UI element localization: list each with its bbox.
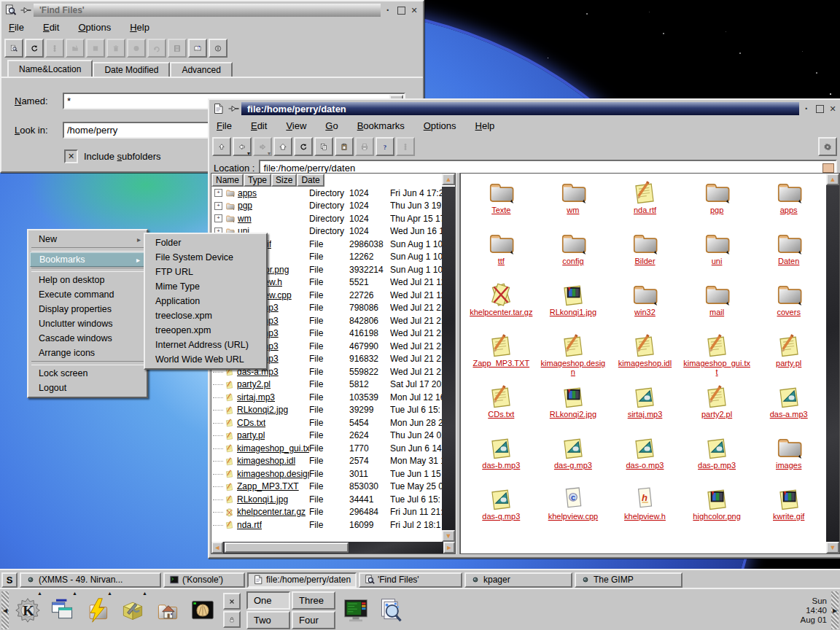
menu-item[interactable]: File [217,120,232,131]
file-icon-sound[interactable]: das-g.mp3 [537,433,610,484]
toolbar-button-paste[interactable] [335,137,354,156]
file-icon-note[interactable]: Zapp_MP3.TXT [465,331,537,382]
pager-button[interactable]: One [246,591,290,610]
tab[interactable]: Date Modified [93,62,170,77]
submenu-item[interactable]: FTP URL [147,265,265,279]
submenu-item[interactable]: File System Device [147,250,265,265]
file-icon-note[interactable]: party2.pl [681,382,753,433]
table-row-note[interactable]: party2.pl File 5812 Sat Jul 17 20: [211,378,442,392]
panel-hide-handle-left[interactable]: ◀ [1,591,9,629]
table-row-note[interactable]: CDs.txt File 5454 Mon Jun 28 2 [211,416,442,429]
tree-horizontal-scrollbar[interactable]: ◄ ► [211,542,455,553]
file-manager-window[interactable]: file:/home/perry/daten · ✕ FileEditViewG… [208,98,840,559]
toolbar-button-info[interactable] [209,39,228,58]
minimize-button[interactable]: · [382,4,394,16]
toolbar-button-help[interactable] [376,137,394,156]
maximize-button[interactable] [814,103,825,114]
panel-launcher-findbig[interactable] [373,592,408,629]
menu-item[interactable]: Logout [30,381,145,395]
scrollbar-thumb[interactable] [225,542,349,553]
panel-mini-button-xtool[interactable] [223,593,241,610]
table-row-note[interactable]: RLkonqi1.jpg File 34441 Tue Jul 6 15: [211,493,442,506]
panel-launcher-windows[interactable] [45,592,80,629]
file-icon-folder[interactable]: win32 [609,280,681,331]
scroll-down-button[interactable]: ▼ [442,530,455,542]
table-row-folder[interactable]: +apps Directory 1024 Fri Jun 4 17:2 [211,187,442,200]
menu-item[interactable]: Go [325,120,338,131]
table-row-note[interactable]: nda.rtf File 16099 Fri Jul 2 18:1 [211,518,442,532]
scroll-right-button[interactable]: ► [443,542,455,553]
panel-launcher-shell[interactable] [185,592,220,629]
minimize-button[interactable]: · [801,103,812,114]
menu-item[interactable]: Options [424,120,456,131]
column-header[interactable]: Date [297,174,324,187]
file-icon-sound[interactable]: das-b.mp3 [465,433,537,484]
sticky-pin-icon[interactable] [20,4,32,16]
submenu-item[interactable]: Mime Type [147,279,265,294]
toolbar-button-back[interactable] [233,137,252,156]
table-row-note[interactable]: party.pl File 2624 Thu Jun 24 01 [211,429,442,443]
pager-button[interactable]: Two [246,611,290,629]
file-icon-note[interactable]: kimageshop.design [537,331,610,382]
icon-pane-scrollbar[interactable]: ▲ ▼ [826,174,839,553]
tab[interactable]: Advanced [170,62,232,77]
menu-item[interactable]: New▸ [30,232,145,246]
file-icon-note[interactable]: CDs.txt [465,382,537,433]
file-icon-folder[interactable]: ttf [465,229,537,280]
menu-item[interactable]: Help [475,120,495,131]
find-files-titlebar[interactable]: 'Find Files' · ✕ [3,3,421,18]
toolbar-button-print[interactable] [355,137,374,156]
submenu-item[interactable]: Folder [147,236,265,250]
submenu-item[interactable]: World Wide Web URL [147,352,265,367]
scroll-up-button[interactable]: ▲ [826,174,839,185]
menu-item[interactable]: Help on desktop [30,273,145,287]
file-icon-sound[interactable]: sirtaj.mp3 [609,382,681,433]
scroll-up-button[interactable]: ▲ [442,174,455,185]
file-icon-folder[interactable]: mail [681,280,753,331]
toolbar-button-stop[interactable] [45,39,64,58]
file-icon-sound[interactable]: das-o.mp3 [609,433,681,484]
submenu-item[interactable]: treeclose.xpm [147,308,265,323]
table-row-tar[interactable]: khelpcenter.tar.gz File 296484 Fri Jun 1… [211,506,442,519]
table-row-note[interactable]: kimageshop.idl File 2574 Mon May 31 1 [211,455,442,468]
table-row-note[interactable]: sirtaj.mp3 File 103539 Mon Jul 12 16 [211,391,442,404]
toolbar-button-find[interactable] [4,39,23,58]
file-icon-tar[interactable]: khelpcenter.tar.gz [465,280,537,331]
toolbar-button-revert[interactable] [147,39,166,58]
file-icon-hdr[interactable]: khelpview.h [609,484,681,535]
toolbar-button-stop[interactable] [396,137,415,156]
menu-item[interactable]: View [286,120,306,131]
file-icon-sound[interactable]: das-q.mp3 [465,484,537,535]
panel-mini-button-lock[interactable] [223,611,241,628]
menu-item[interactable]: File [9,22,24,33]
table-row-folder[interactable]: +wm Directory 1024 Thu Apr 15 17 [211,212,442,225]
table-row-note[interactable]: kimageshop_gui.txt File 1770 Sun Jun 6 1… [211,442,442,455]
tree-expander-icon[interactable]: + [214,214,222,222]
file-icon-folder[interactable]: Bilder [609,229,681,280]
taskbar-start-button[interactable]: S [1,572,18,588]
toolbar-button-copy[interactable] [314,137,333,156]
table-row-note[interactable]: kimageshop.design File 3011 Tue Jun 1 15 [211,467,442,481]
toolbar-button-book[interactable] [188,39,207,58]
toolbar-button-reload[interactable] [25,39,44,58]
file-icon-img[interactable]: RLkonqi1.jpg [537,280,610,331]
kfm-titlebar[interactable]: file:/home/perry/daten · ✕ [211,101,840,116]
panel-clock[interactable]: Sun 14:40 Aug 01 [801,596,830,625]
file-icon-sound[interactable]: das-a.mp3 [752,382,825,433]
menu-item[interactable]: Options [78,22,111,33]
toolbar-button-reload[interactable] [294,137,313,156]
menu-item[interactable]: Arrange icons [30,346,145,360]
toolbar-button-up[interactable] [212,137,231,156]
taskbar-task-kfmpage[interactable]: file:/home/perry/daten [247,572,357,588]
file-icon-folder[interactable]: uni [681,229,753,280]
column-header[interactable]: Size [271,174,297,187]
menu-item[interactable]: Bookmarks▸ [30,252,145,267]
panel-hide-handle-right[interactable]: ▶ [831,591,839,629]
file-icon-cpp[interactable]: khelpview.cpp [537,484,610,535]
close-button[interactable]: ✕ [408,4,420,16]
toolbar-button-home[interactable] [273,137,292,156]
file-icon-img[interactable]: RLkonqi2.jpg [537,382,610,433]
scroll-down-button[interactable]: ▼ [826,542,839,553]
file-icon-note[interactable]: party.pl [752,331,825,382]
panel-launcher-flash[interactable] [80,592,115,629]
